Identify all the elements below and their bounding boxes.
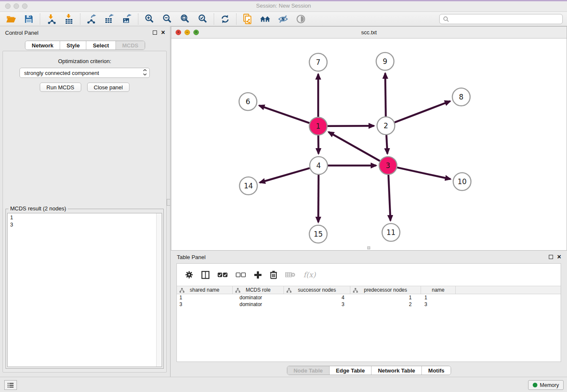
hierarchy-icon bbox=[286, 288, 292, 293]
node-label-14: 14 bbox=[244, 182, 253, 190]
criterion-dropdown[interactable]: strongly connected component bbox=[19, 68, 150, 78]
run-mcds-button[interactable]: Run MCDS bbox=[40, 83, 81, 92]
node-label-4: 4 bbox=[317, 161, 321, 170]
node-label-6: 6 bbox=[246, 97, 250, 106]
network-graph[interactable]: 1234678910111415 bbox=[171, 39, 567, 250]
clone-network-icon[interactable] bbox=[242, 14, 253, 25]
node-label-11: 11 bbox=[386, 228, 396, 237]
canvas-grip-handle[interactable] bbox=[367, 246, 370, 249]
close-panel-icon[interactable]: × bbox=[161, 30, 165, 35]
settings-gear-icon[interactable] bbox=[185, 271, 193, 279]
main-toolbar bbox=[0, 12, 567, 26]
mcds-result-title: MCDS result (2 nodes) bbox=[8, 205, 68, 212]
tab-mcds[interactable]: MCDS bbox=[116, 41, 145, 50]
app-titlebar: Session: New Session bbox=[0, 0, 567, 12]
network-minimize-icon[interactable]: − bbox=[184, 30, 190, 35]
table-row[interactable]: 1 dominator 4 1 1 bbox=[177, 294, 561, 301]
import-table-icon[interactable] bbox=[63, 14, 74, 25]
open-session-icon[interactable] bbox=[6, 14, 17, 25]
edge-4-14[interactable] bbox=[260, 168, 310, 182]
column-header-shared-name[interactable]: shared name bbox=[177, 286, 233, 294]
float-table-panel-icon[interactable] bbox=[549, 255, 553, 259]
edge-4-15[interactable] bbox=[318, 175, 319, 222]
memory-status-icon bbox=[533, 383, 537, 387]
show-column-icon[interactable] bbox=[201, 271, 209, 279]
search-input[interactable] bbox=[451, 16, 559, 22]
close-panel-button[interactable]: Close panel bbox=[87, 83, 130, 92]
show-eye-icon[interactable] bbox=[295, 14, 306, 25]
node-label-1: 1 bbox=[316, 122, 321, 130]
edge-2-8[interactable] bbox=[395, 101, 450, 122]
tab-select[interactable]: Select bbox=[86, 41, 115, 50]
edge-1-6[interactable] bbox=[259, 105, 309, 123]
export-table-icon[interactable] bbox=[104, 14, 115, 25]
edge-2-3[interactable] bbox=[386, 135, 387, 154]
table-row[interactable]: 3 dominator 3 2 3 bbox=[177, 301, 561, 308]
tab-network-table[interactable]: Network Table bbox=[371, 366, 421, 375]
node-label-10: 10 bbox=[457, 177, 467, 186]
splitter-handle[interactable] bbox=[167, 199, 171, 206]
table-toolbar: f(x) bbox=[177, 264, 561, 286]
deselect-all-checkboxes-icon[interactable] bbox=[236, 272, 246, 278]
edge-3-10[interactable] bbox=[397, 168, 450, 179]
criterion-dropdown-value: strongly connected component bbox=[24, 70, 99, 76]
hierarchy-icon bbox=[353, 288, 358, 293]
tab-motifs[interactable]: Motifs bbox=[421, 366, 451, 375]
zoom-selected-icon[interactable] bbox=[197, 14, 208, 25]
memory-label: Memory bbox=[540, 382, 559, 388]
hide-eye-icon[interactable] bbox=[278, 14, 289, 25]
edge-3-1[interactable] bbox=[328, 132, 380, 161]
function-builder-icon[interactable]: f(x) bbox=[303, 271, 316, 279]
network-window-title: scc.txt bbox=[361, 29, 377, 36]
table-header-row: shared name MCDS role successor nodes pr… bbox=[177, 286, 561, 294]
tab-style[interactable]: Style bbox=[60, 41, 86, 50]
table-panel: Table Panel × bbox=[171, 251, 567, 377]
delete-column-icon[interactable] bbox=[270, 271, 277, 279]
column-header-name[interactable]: name bbox=[421, 286, 456, 294]
float-panel-icon[interactable] bbox=[153, 30, 157, 35]
tab-edge-table[interactable]: Edge Table bbox=[329, 366, 371, 375]
select-all-checkboxes-icon[interactable] bbox=[217, 272, 228, 278]
node-label-15: 15 bbox=[314, 230, 323, 238]
refresh-layout-icon[interactable] bbox=[220, 14, 231, 25]
node-label-7: 7 bbox=[316, 58, 321, 66]
column-header-successor-nodes[interactable]: successor nodes bbox=[284, 286, 350, 294]
mcds-result-line: 3 bbox=[10, 221, 153, 229]
add-column-icon[interactable] bbox=[254, 271, 262, 279]
window-title: Session: New Session bbox=[0, 3, 567, 9]
node-label-9: 9 bbox=[383, 57, 388, 66]
tab-node-table[interactable]: Node Table bbox=[287, 366, 329, 375]
zoom-in-icon[interactable] bbox=[144, 14, 155, 25]
column-header-mcds-role[interactable]: MCDS role bbox=[233, 286, 284, 294]
network-canvas[interactable]: 1234678910111415 bbox=[171, 39, 567, 250]
memory-button[interactable]: Memory bbox=[528, 380, 564, 390]
mcds-result-line: 1 bbox=[10, 214, 153, 221]
zoom-fit-icon[interactable] bbox=[179, 14, 190, 25]
delete-table-icon[interactable] bbox=[285, 271, 295, 278]
search-field[interactable] bbox=[439, 14, 563, 24]
export-network-icon[interactable] bbox=[86, 14, 97, 25]
result-scrollbar[interactable] bbox=[156, 213, 162, 367]
task-history-button[interactable] bbox=[4, 380, 17, 390]
hierarchy-icon bbox=[235, 288, 240, 293]
edge-3-11[interactable] bbox=[388, 175, 391, 221]
node-table-container: f(x) shared name MCDS role successor nod… bbox=[176, 263, 561, 362]
list-icon bbox=[7, 382, 14, 388]
network-maximize-icon[interactable]: + bbox=[193, 30, 199, 35]
hierarchy-icon bbox=[179, 288, 184, 293]
node-label-8: 8 bbox=[459, 93, 464, 101]
mcds-result-group: MCDS result (2 nodes) 1 3 bbox=[6, 209, 164, 369]
network-close-icon[interactable]: × bbox=[176, 30, 181, 35]
tab-network[interactable]: Network bbox=[25, 41, 60, 50]
home-houses-icon[interactable] bbox=[260, 14, 271, 25]
close-table-panel-icon[interactable]: × bbox=[557, 255, 561, 259]
zoom-out-icon[interactable] bbox=[162, 14, 173, 25]
export-image-icon[interactable] bbox=[121, 14, 132, 25]
save-session-icon[interactable] bbox=[23, 14, 34, 25]
dropdown-arrows-icon bbox=[143, 69, 147, 77]
edge-1-2[interactable] bbox=[328, 126, 374, 126]
node-label-3: 3 bbox=[386, 161, 391, 170]
import-network-icon[interactable] bbox=[46, 14, 57, 25]
column-header-predecessor-nodes[interactable]: predecessor nodes bbox=[350, 286, 421, 294]
edge-2-9[interactable] bbox=[385, 73, 385, 116]
